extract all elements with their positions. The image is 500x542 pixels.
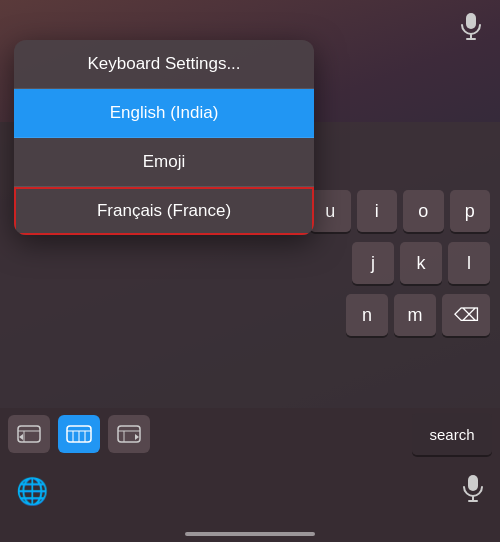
keyboard-toolbar: search bbox=[0, 408, 500, 460]
key-row-1: u i o p bbox=[310, 190, 500, 232]
microphone-bottom-icon[interactable] bbox=[462, 474, 484, 509]
key-n[interactable]: n bbox=[346, 294, 388, 336]
svg-marker-6 bbox=[19, 434, 23, 440]
popup-francais-france[interactable]: Français (France) bbox=[14, 187, 314, 235]
popup-keyboard-settings[interactable]: Keyboard Settings... bbox=[14, 40, 314, 89]
switcher-center-btn[interactable] bbox=[58, 415, 100, 453]
svg-marker-15 bbox=[135, 434, 139, 440]
microphone-top-icon[interactable] bbox=[460, 12, 482, 46]
globe-icon[interactable]: 🌐 bbox=[16, 476, 48, 507]
key-l[interactable]: l bbox=[448, 242, 490, 284]
keyboard-language-popup: Keyboard Settings... English (India) Emo… bbox=[14, 40, 314, 235]
svg-rect-0 bbox=[466, 13, 476, 29]
switcher-left-btn[interactable] bbox=[8, 415, 50, 453]
bottom-bar: 🌐 bbox=[0, 460, 500, 542]
search-key[interactable]: search bbox=[412, 413, 492, 455]
svg-rect-3 bbox=[18, 426, 40, 442]
key-o[interactable]: o bbox=[403, 190, 444, 232]
svg-rect-12 bbox=[118, 426, 140, 442]
popup-emoji[interactable]: Emoji bbox=[14, 138, 314, 187]
key-row-2: j k l bbox=[310, 242, 500, 284]
keyboard-right-partial: u i o p j k l n m ⌫ bbox=[310, 182, 500, 336]
key-m[interactable]: m bbox=[394, 294, 436, 336]
key-backspace[interactable]: ⌫ bbox=[442, 294, 490, 336]
key-u[interactable]: u bbox=[310, 190, 351, 232]
key-row-3: n m ⌫ bbox=[310, 294, 500, 336]
popup-english-india[interactable]: English (India) bbox=[14, 89, 314, 138]
key-p[interactable]: p bbox=[450, 190, 491, 232]
key-i[interactable]: i bbox=[357, 190, 398, 232]
key-j[interactable]: j bbox=[352, 242, 394, 284]
key-k[interactable]: k bbox=[400, 242, 442, 284]
switcher-right-btn[interactable] bbox=[108, 415, 150, 453]
svg-rect-16 bbox=[468, 475, 478, 491]
home-indicator bbox=[185, 532, 315, 536]
